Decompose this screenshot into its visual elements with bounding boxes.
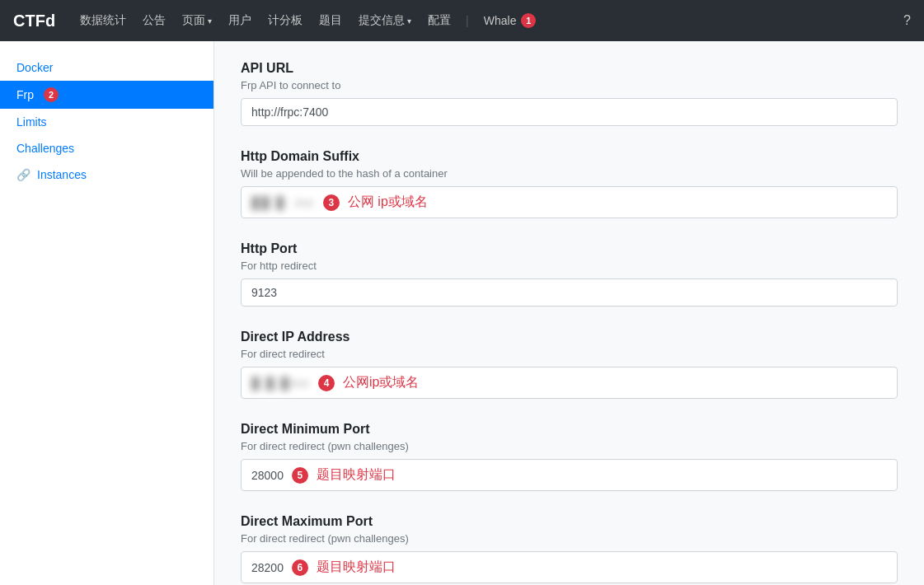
http-port-input[interactable]	[241, 278, 898, 307]
sidebar: Docker Frp 2 Limits Challenges 🔗 Instanc…	[0, 41, 214, 585]
sidebar-item-frp[interactable]: Frp 2	[0, 81, 213, 109]
http-domain-suffix-input-wrapper[interactable]: ██ █ .me 3 公网 ip或域名	[241, 186, 898, 218]
api-url-section: API URL Frp API to connect to	[241, 61, 898, 126]
help-button[interactable]: ?	[903, 13, 911, 28]
direct-min-port-input-wrapper[interactable]: 28000 5 题目映射端口	[241, 459, 898, 491]
annotation-badge-5: 5	[292, 467, 308, 484]
navbar-brand[interactable]: CTFd	[13, 12, 55, 30]
sidebar-item-frp-label: Frp	[16, 88, 34, 101]
annotation-text-5: 题目映射端口	[317, 466, 396, 484]
nav-item-challenges[interactable]: 题目	[311, 0, 350, 41]
direct-max-port-value: 28200	[251, 561, 284, 574]
sidebar-item-challenges[interactable]: Challenges	[0, 135, 213, 161]
api-url-desc: Frp API to connect to	[241, 79, 898, 91]
annotation-text-4: 公网ip或域名	[343, 374, 419, 391]
direct-max-port-input-wrapper[interactable]: 28200 6 题目映射端口	[241, 551, 898, 583]
sidebar-item-instances-label: Instances	[37, 168, 87, 181]
direct-max-port-title: Direct Maximum Port	[241, 514, 898, 529]
direct-min-port-value: 28000	[251, 469, 284, 482]
whale-label: Whale	[484, 14, 517, 27]
http-domain-suffix-title: Http Domain Suffix	[241, 149, 898, 164]
sidebar-item-limits[interactable]: Limits	[0, 109, 213, 135]
api-url-title: API URL	[241, 61, 898, 76]
http-domain-suffix-section: Http Domain Suffix Will be appended to t…	[241, 149, 898, 218]
page-layout: Docker Frp 2 Limits Challenges 🔗 Instanc…	[0, 41, 924, 585]
nav-item-submissions[interactable]: 提交信息 ▾	[350, 0, 420, 41]
sidebar-item-limits-label: Limits	[16, 115, 47, 129]
sidebar-item-docker-label: Docker	[16, 61, 53, 74]
http-domain-suffix-blurred: ██ █ .me	[251, 196, 315, 209]
direct-max-port-desc: For direct redirect (pwn challenges)	[241, 532, 898, 545]
main-content: API URL Frp API to connect to Http Domai…	[214, 41, 924, 585]
link-icon: 🔗	[16, 168, 30, 181]
whale-badge: 1	[521, 13, 536, 28]
nav-item-announcements[interactable]: 公告	[134, 0, 174, 41]
direct-min-port-section: Direct Minimum Port For direct redirect …	[241, 422, 898, 491]
http-port-section: Http Port For http redirect	[241, 241, 898, 307]
sidebar-item-instances[interactable]: 🔗 Instances	[0, 161, 213, 188]
nav-item-scoreboard[interactable]: 计分板	[260, 0, 311, 41]
nav-item-pages[interactable]: 页面 ▾	[174, 0, 220, 41]
direct-ip-section: Direct IP Address For direct redirect █.…	[241, 330, 898, 399]
annotation-text-3: 公网 ip或域名	[348, 194, 428, 211]
sidebar-frp-badge: 2	[44, 87, 59, 102]
nav-divider: |	[459, 0, 476, 41]
annotation-badge-4: 4	[318, 375, 335, 391]
nav-submissions-label: 提交信息	[359, 13, 405, 28]
nav-item-stats[interactable]: 数据统计	[72, 0, 134, 41]
sidebar-item-challenges-label: Challenges	[16, 142, 74, 155]
nav-item-config[interactable]: 配置	[420, 0, 459, 41]
chevron-down-icon-2: ▾	[407, 16, 411, 26]
http-port-title: Http Port	[241, 241, 898, 256]
nav-pages-label: 页面	[182, 13, 205, 28]
nav-whale[interactable]: Whale 1	[476, 0, 545, 41]
direct-max-port-section: Direct Maximum Port For direct redirect …	[241, 514, 898, 583]
annotation-badge-6: 6	[292, 559, 308, 576]
http-domain-suffix-desc: Will be appended to the hash of a contai…	[241, 167, 898, 180]
direct-min-port-title: Direct Minimum Port	[241, 422, 898, 437]
direct-ip-input-wrapper[interactable]: █.█.█me 4 公网ip或域名	[241, 367, 898, 399]
direct-ip-blurred: █.█.█me	[251, 377, 310, 390]
annotation-text-6: 题目映射端口	[317, 559, 396, 576]
api-url-input[interactable]	[241, 98, 898, 126]
direct-ip-title: Direct IP Address	[241, 330, 898, 344]
annotation-badge-3: 3	[323, 194, 340, 211]
direct-min-port-desc: For direct redirect (pwn challenges)	[241, 440, 898, 452]
navbar: CTFd 数据统计 公告 页面 ▾ 用户 计分板 题目 提交信息 ▾ 配置 | …	[0, 0, 924, 41]
chevron-down-icon: ▾	[208, 16, 212, 26]
sidebar-item-docker[interactable]: Docker	[0, 54, 213, 81]
nav-item-users[interactable]: 用户	[220, 0, 260, 41]
direct-ip-desc: For direct redirect	[241, 348, 898, 360]
http-port-desc: For http redirect	[241, 260, 898, 272]
